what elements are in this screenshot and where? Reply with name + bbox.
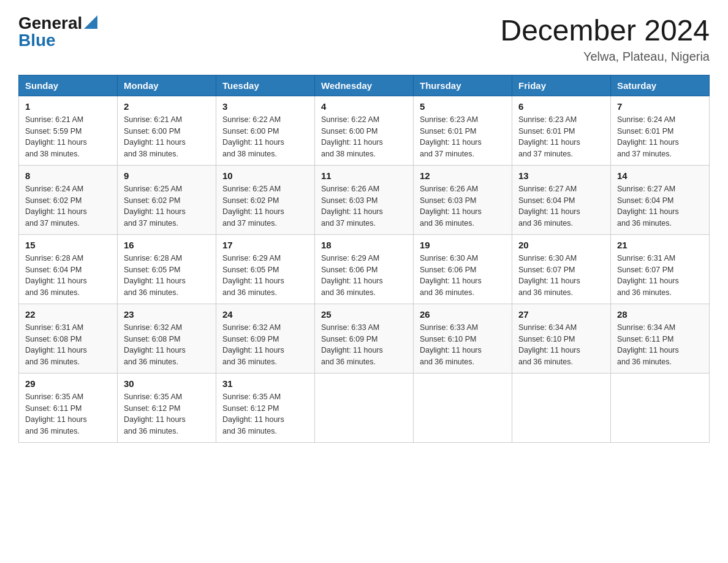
day-cell: 6 Sunrise: 6:23 AMSunset: 6:01 PMDayligh… [512,96,611,165]
day-info: Sunrise: 6:22 AMSunset: 6:00 PMDaylight:… [321,115,383,158]
day-info: Sunrise: 6:26 AMSunset: 6:03 PMDaylight:… [321,185,383,228]
day-cell: 11 Sunrise: 6:26 AMSunset: 6:03 PMDaylig… [315,165,414,234]
day-number: 1 [25,101,111,112]
day-cell: 20 Sunrise: 6:30 AMSunset: 6:07 PMDaylig… [512,234,611,304]
day-info: Sunrise: 6:26 AMSunset: 6:03 PMDaylight:… [420,185,482,228]
day-cell [611,373,710,442]
header-monday: Monday [118,75,216,96]
header: General Blue December 2024 Yelwa, Platea… [18,15,710,64]
day-number: 27 [518,309,604,320]
day-number: 6 [518,101,604,112]
day-info: Sunrise: 6:23 AMSunset: 6:01 PMDaylight:… [518,115,580,158]
day-number: 14 [617,170,703,181]
day-info: Sunrise: 6:27 AMSunset: 6:04 PMDaylight:… [617,185,679,228]
day-info: Sunrise: 6:35 AMSunset: 6:12 PMDaylight:… [124,393,186,435]
day-number: 19 [420,240,506,250]
day-number: 3 [222,101,308,112]
day-info: Sunrise: 6:31 AMSunset: 6:08 PMDaylight:… [25,323,87,366]
month-title: December 2024 [500,15,710,47]
day-number: 25 [321,309,407,320]
day-cell: 25 Sunrise: 6:33 AMSunset: 6:09 PMDaylig… [315,304,414,373]
day-number: 2 [124,101,210,112]
day-info: Sunrise: 6:35 AMSunset: 6:11 PMDaylight:… [25,393,87,435]
day-info: Sunrise: 6:28 AMSunset: 6:04 PMDaylight:… [25,254,87,297]
day-number: 24 [222,309,308,320]
day-number: 16 [124,240,210,250]
day-number: 20 [518,240,604,250]
day-cell: 27 Sunrise: 6:34 AMSunset: 6:10 PMDaylig… [512,304,611,373]
day-info: Sunrise: 6:25 AMSunset: 6:02 PMDaylight:… [124,185,186,228]
header-friday: Friday [512,75,611,96]
day-cell: 19 Sunrise: 6:30 AMSunset: 6:06 PMDaylig… [414,234,512,304]
day-cell: 14 Sunrise: 6:27 AMSunset: 6:04 PMDaylig… [611,165,710,234]
day-info: Sunrise: 6:24 AMSunset: 6:02 PMDaylight:… [25,185,87,228]
day-cell: 26 Sunrise: 6:33 AMSunset: 6:10 PMDaylig… [414,304,512,373]
day-number: 12 [420,170,506,181]
day-info: Sunrise: 6:34 AMSunset: 6:11 PMDaylight:… [617,323,679,366]
day-info: Sunrise: 6:25 AMSunset: 6:02 PMDaylight:… [222,185,284,228]
week-row-5: 29 Sunrise: 6:35 AMSunset: 6:11 PMDaylig… [19,373,710,442]
day-cell: 1 Sunrise: 6:21 AMSunset: 5:59 PMDayligh… [19,96,118,165]
day-cell: 3 Sunrise: 6:22 AMSunset: 6:00 PMDayligh… [216,96,315,165]
day-number: 22 [25,309,111,320]
day-number: 17 [222,240,308,250]
svg-marker-0 [84,15,97,29]
day-number: 4 [321,101,407,112]
day-cell: 8 Sunrise: 6:24 AMSunset: 6:02 PMDayligh… [19,165,118,234]
day-info: Sunrise: 6:32 AMSunset: 6:08 PMDaylight:… [124,323,186,366]
day-info: Sunrise: 6:31 AMSunset: 6:07 PMDaylight:… [617,254,679,297]
day-number: 9 [124,170,210,181]
day-info: Sunrise: 6:24 AMSunset: 6:01 PMDaylight:… [617,115,679,158]
day-cell: 31 Sunrise: 6:35 AMSunset: 6:12 PMDaylig… [216,373,315,442]
day-info: Sunrise: 6:34 AMSunset: 6:10 PMDaylight:… [518,323,580,366]
logo-blue: Blue [18,31,56,50]
day-cell [414,373,512,442]
day-number: 18 [321,240,407,250]
logo-triangle-icon [84,15,97,29]
day-cell: 18 Sunrise: 6:29 AMSunset: 6:06 PMDaylig… [315,234,414,304]
day-cell: 2 Sunrise: 6:21 AMSunset: 6:00 PMDayligh… [118,96,216,165]
week-row-2: 8 Sunrise: 6:24 AMSunset: 6:02 PMDayligh… [19,165,710,234]
day-cell: 5 Sunrise: 6:23 AMSunset: 6:01 PMDayligh… [414,96,512,165]
day-cell: 7 Sunrise: 6:24 AMSunset: 6:01 PMDayligh… [611,96,710,165]
day-cell: 30 Sunrise: 6:35 AMSunset: 6:12 PMDaylig… [118,373,216,442]
week-row-1: 1 Sunrise: 6:21 AMSunset: 5:59 PMDayligh… [19,96,710,165]
day-cell: 29 Sunrise: 6:35 AMSunset: 6:11 PMDaylig… [19,373,118,442]
day-info: Sunrise: 6:35 AMSunset: 6:12 PMDaylight:… [222,393,284,435]
day-number: 31 [222,378,308,389]
day-cell: 4 Sunrise: 6:22 AMSunset: 6:00 PMDayligh… [315,96,414,165]
day-cell: 16 Sunrise: 6:28 AMSunset: 6:05 PMDaylig… [118,234,216,304]
weekday-header-row: Sunday Monday Tuesday Wednesday Thursday… [19,75,710,96]
day-cell: 10 Sunrise: 6:25 AMSunset: 6:02 PMDaylig… [216,165,315,234]
day-cell: 23 Sunrise: 6:32 AMSunset: 6:08 PMDaylig… [118,304,216,373]
header-tuesday: Tuesday [216,75,315,96]
day-info: Sunrise: 6:22 AMSunset: 6:00 PMDaylight:… [222,115,284,158]
day-info: Sunrise: 6:29 AMSunset: 6:05 PMDaylight:… [222,254,284,297]
day-cell: 13 Sunrise: 6:27 AMSunset: 6:04 PMDaylig… [512,165,611,234]
header-thursday: Thursday [414,75,512,96]
header-wednesday: Wednesday [315,75,414,96]
calendar-table: Sunday Monday Tuesday Wednesday Thursday… [18,75,710,443]
day-cell: 12 Sunrise: 6:26 AMSunset: 6:03 PMDaylig… [414,165,512,234]
header-sunday: Sunday [19,75,118,96]
day-info: Sunrise: 6:28 AMSunset: 6:05 PMDaylight:… [124,254,186,297]
day-number: 7 [617,101,703,112]
day-cell: 17 Sunrise: 6:29 AMSunset: 6:05 PMDaylig… [216,234,315,304]
day-info: Sunrise: 6:32 AMSunset: 6:09 PMDaylight:… [222,323,284,366]
day-number: 23 [124,309,210,320]
day-info: Sunrise: 6:29 AMSunset: 6:06 PMDaylight:… [321,254,383,297]
day-number: 15 [25,240,111,250]
day-number: 5 [420,101,506,112]
logo-general: General [18,15,82,32]
day-number: 21 [617,240,703,250]
day-info: Sunrise: 6:30 AMSunset: 6:07 PMDaylight:… [518,254,580,297]
day-info: Sunrise: 6:21 AMSunset: 6:00 PMDaylight:… [124,115,186,158]
day-number: 29 [25,378,111,389]
day-number: 10 [222,170,308,181]
day-cell [512,373,611,442]
day-number: 13 [518,170,604,181]
day-cell: 15 Sunrise: 6:28 AMSunset: 6:04 PMDaylig… [19,234,118,304]
day-number: 26 [420,309,506,320]
day-number: 11 [321,170,407,181]
logo: General Blue [18,15,97,49]
